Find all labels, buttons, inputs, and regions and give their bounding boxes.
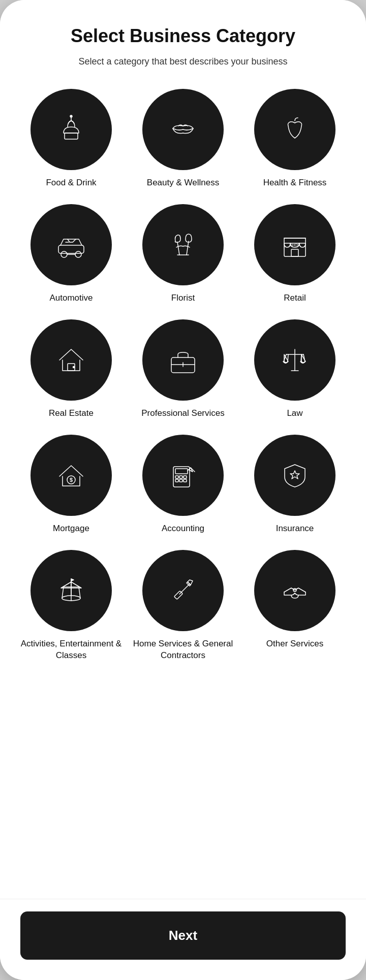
category-circle-insurance[interactable] <box>254 435 336 516</box>
food-drink-icon <box>53 112 89 147</box>
category-label-mortgage: Mortgage <box>53 523 89 535</box>
category-item-food-drink[interactable]: Food & Drink <box>20 89 122 189</box>
florist-icon <box>165 227 201 263</box>
svg-point-4 <box>75 251 81 257</box>
svg-text:$: $ <box>70 477 73 483</box>
svg-line-6 <box>187 241 189 255</box>
svg-rect-33 <box>184 479 187 482</box>
category-item-retail[interactable]: SHOP Retail <box>244 204 346 304</box>
category-label-beauty-wellness: Beauty & Wellness <box>147 177 219 189</box>
category-label-other-services: Other Services <box>266 638 323 650</box>
svg-point-3 <box>61 251 67 257</box>
category-item-health-fitness[interactable]: Health & Fitness <box>244 89 346 189</box>
activities-icon <box>53 573 89 608</box>
category-label-real-estate: Real Estate <box>49 408 94 419</box>
phone-frame: Select Business Category Select a catego… <box>0 0 366 980</box>
category-label-insurance: Insurance <box>276 523 314 535</box>
page-subtitle: Select a category that best describes yo… <box>20 55 346 69</box>
category-item-accounting[interactable]: Accounting <box>132 435 234 535</box>
category-label-accounting: Accounting <box>162 523 204 535</box>
svg-rect-9 <box>291 249 298 256</box>
category-label-health-fitness: Health & Fitness <box>263 177 327 189</box>
professional-services-icon <box>165 342 201 378</box>
svg-rect-32 <box>179 479 182 482</box>
category-circle-mortgage[interactable]: $ <box>30 435 112 516</box>
category-circle-automotive[interactable] <box>30 204 112 285</box>
retail-icon: SHOP <box>277 227 313 263</box>
category-item-insurance[interactable]: Insurance <box>244 435 346 535</box>
svg-point-13 <box>73 366 75 368</box>
category-circle-other-services[interactable] <box>254 550 336 631</box>
next-button[interactable]: Next <box>20 911 346 960</box>
category-item-florist[interactable]: Florist <box>132 204 234 304</box>
automotive-icon <box>53 227 89 263</box>
svg-rect-30 <box>184 476 187 478</box>
category-item-automotive[interactable]: Automotive <box>20 204 122 304</box>
svg-rect-0 <box>65 133 78 139</box>
category-label-florist: Florist <box>171 292 195 304</box>
category-circle-retail[interactable]: SHOP <box>254 204 336 285</box>
svg-line-21 <box>301 354 301 362</box>
category-circle-food-drink[interactable] <box>30 89 112 170</box>
category-item-real-estate[interactable]: Real Estate <box>20 319 122 419</box>
svg-marker-36 <box>290 471 299 479</box>
svg-line-20 <box>288 354 288 362</box>
svg-line-5 <box>177 242 179 255</box>
category-label-retail: Retail <box>284 292 306 304</box>
category-item-other-services[interactable]: Other Services <box>244 550 346 662</box>
svg-rect-29 <box>179 476 182 478</box>
law-icon <box>277 342 313 378</box>
page-title: Select Business Category <box>20 25 346 47</box>
category-circle-beauty-wellness[interactable] <box>142 89 224 170</box>
svg-line-44 <box>179 584 190 594</box>
category-label-automotive: Automotive <box>49 292 93 304</box>
content-area: Select Business Category Select a catego… <box>0 0 366 899</box>
category-circle-accounting[interactable] <box>142 435 224 516</box>
category-label-professional-services: Professional Services <box>141 408 224 419</box>
category-label-home-services: Home Services & General Contractors <box>132 638 234 662</box>
category-label-law: Law <box>287 408 302 419</box>
category-item-professional-services[interactable]: Professional Services <box>132 319 234 419</box>
health-fitness-icon <box>277 112 313 147</box>
mortgage-icon: $ <box>53 458 89 493</box>
category-item-mortgage[interactable]: $ Mortgage <box>20 435 122 535</box>
beauty-wellness-icon <box>165 112 201 147</box>
category-circle-law[interactable] <box>254 319 336 401</box>
category-grid: Food & Drink Beauty & Wellness <box>20 89 346 662</box>
svg-text:SHOP: SHOP <box>290 243 300 247</box>
category-item-home-services[interactable]: Home Services & General Contractors <box>132 550 234 662</box>
accounting-icon <box>165 458 201 493</box>
home-services-icon <box>165 573 201 608</box>
category-label-activities: Activities, Entertainment & Classes <box>20 638 122 662</box>
category-circle-florist[interactable] <box>142 204 224 285</box>
svg-rect-31 <box>175 479 178 482</box>
category-circle-real-estate[interactable] <box>30 319 112 401</box>
category-circle-activities[interactable] <box>30 550 112 631</box>
other-services-icon <box>277 573 313 608</box>
category-item-law[interactable]: Law <box>244 319 346 419</box>
category-item-activities[interactable]: Activities, Entertainment & Classes <box>20 550 122 662</box>
svg-rect-28 <box>175 476 178 478</box>
footer: Next <box>0 899 366 980</box>
svg-rect-27 <box>175 469 188 474</box>
category-item-beauty-wellness[interactable]: Beauty & Wellness <box>132 89 234 189</box>
category-circle-health-fitness[interactable] <box>254 89 336 170</box>
svg-point-1 <box>70 115 72 117</box>
svg-rect-26 <box>173 467 190 487</box>
svg-rect-45 <box>174 591 183 599</box>
insurance-icon <box>277 458 313 493</box>
category-circle-home-services[interactable] <box>142 550 224 631</box>
category-label-food-drink: Food & Drink <box>46 177 96 189</box>
real-estate-icon <box>53 342 89 378</box>
category-circle-professional-services[interactable] <box>142 319 224 401</box>
